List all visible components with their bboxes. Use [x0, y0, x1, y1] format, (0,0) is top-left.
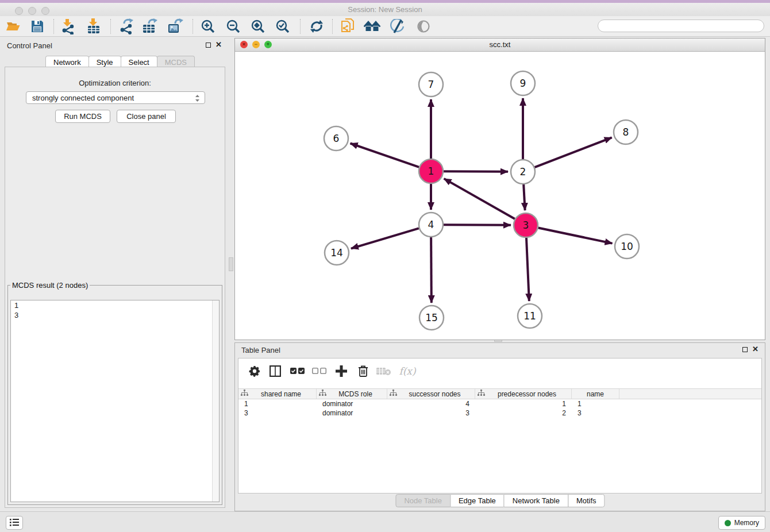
- table-panel: Table Panel ✕ f(x): [234, 342, 765, 511]
- main-toolbar: [0, 16, 770, 37]
- graph-edge-2-3[interactable]: [523, 184, 525, 210]
- graph-node-label-9: 9: [520, 78, 526, 89]
- graph-node-label-10: 10: [621, 241, 633, 252]
- tab-node-table[interactable]: Node Table: [395, 494, 451, 507]
- result-item[interactable]: 1: [11, 300, 219, 310]
- mcds-result-title: MCDS result (2 nodes): [10, 281, 90, 290]
- graph-edge-4-15[interactable]: [431, 237, 432, 303]
- graph-edge-3-11[interactable]: [526, 238, 529, 301]
- network-graph: 7968124314101511: [235, 52, 765, 340]
- tab-style[interactable]: Style: [88, 56, 121, 68]
- table-cell[interactable]: 1: [572, 400, 619, 408]
- memory-status-icon: [725, 520, 731, 526]
- mcds-result-list[interactable]: 13: [10, 300, 220, 502]
- search-input[interactable]: [598, 20, 764, 32]
- control-panel-title: Control Panel: [7, 41, 52, 50]
- save-session-icon[interactable]: [28, 18, 47, 34]
- control-panel-float-icon[interactable]: [206, 43, 211, 48]
- table-cell[interactable]: 3: [238, 409, 317, 417]
- graph-edge-2-8[interactable]: [535, 137, 612, 167]
- node-table-content: f(x) shared nameMCDS rolesuccessor nodes…: [238, 358, 762, 494]
- export-image-icon[interactable]: [165, 18, 185, 34]
- export-network-icon[interactable]: [117, 18, 137, 34]
- table-cell[interactable]: dominator: [317, 409, 387, 417]
- vertical-splitter-handle[interactable]: [229, 257, 233, 271]
- add-column-icon[interactable]: [333, 363, 350, 379]
- tab-edge-table[interactable]: Edge Table: [450, 494, 505, 507]
- column-header-successor-nodes[interactable]: successor nodes: [387, 389, 475, 399]
- network-canvas[interactable]: 7968124314101511: [235, 52, 765, 340]
- table-cell[interactable]: 1: [238, 400, 317, 408]
- table-row[interactable]: 1dominator411: [238, 399, 761, 408]
- import-network-icon[interactable]: [59, 18, 79, 34]
- table-cell[interactable]: 3: [387, 409, 475, 417]
- table-cell[interactable]: 2: [475, 409, 572, 417]
- control-panel-close-icon[interactable]: ✕: [215, 40, 222, 49]
- graph-edge-1-6[interactable]: [351, 143, 419, 167]
- table-body: 1dominator4113dominator323: [238, 399, 761, 418]
- style-toggle-icon[interactable]: [388, 18, 407, 34]
- network-window-titlebar[interactable]: × − + scc.txt: [235, 38, 765, 52]
- mcds-tab-content: Optimization criterion: strongly connect…: [5, 67, 225, 508]
- hide-panel-eye-icon[interactable]: [414, 18, 433, 34]
- graph-edge-4-3[interactable]: [444, 225, 511, 225]
- zoom-fit-icon[interactable]: [248, 18, 268, 34]
- table-cell[interactable]: dominator: [317, 400, 387, 408]
- close-panel-button[interactable]: Close panel: [117, 110, 176, 123]
- tree-hierarchy-icon: [390, 390, 397, 398]
- tab-select[interactable]: Select: [121, 56, 157, 68]
- optimization-select[interactable]: strongly connected component: [26, 91, 205, 104]
- graph-node-label-4: 4: [428, 219, 434, 230]
- table-cell[interactable]: 1: [475, 400, 572, 408]
- table-panel-float-icon[interactable]: [742, 347, 748, 352]
- tab-network[interactable]: Network: [45, 56, 89, 68]
- graph-node-label-6: 6: [333, 133, 340, 144]
- graph-edge-4-14[interactable]: [351, 228, 419, 248]
- export-table-icon[interactable]: [140, 18, 160, 34]
- table-header-row: shared nameMCDS rolesuccessor nodesprede…: [238, 388, 761, 399]
- column-header-mcds-role[interactable]: MCDS role: [317, 389, 387, 399]
- table-panel-title: Table Panel: [241, 346, 280, 354]
- graph-node-label-11: 11: [523, 310, 536, 322]
- graph-edge-3-10[interactable]: [538, 228, 613, 244]
- select-all-columns-icon[interactable]: [289, 363, 306, 379]
- tab-mcds[interactable]: MCDS: [157, 56, 195, 68]
- column-header-name[interactable]: name: [572, 389, 619, 399]
- graph-node-label-3: 3: [523, 219, 529, 231]
- result-item[interactable]: 3: [11, 310, 219, 320]
- run-mcds-button[interactable]: Run MCDS: [55, 110, 110, 123]
- table-panel-close-icon[interactable]: ✕: [752, 345, 759, 354]
- select-stepper-icon: [194, 94, 201, 105]
- open-session-icon[interactable]: [3, 18, 23, 34]
- table-toolbar: f(x): [238, 358, 761, 384]
- task-history-button[interactable]: [6, 516, 23, 530]
- result-scrollbar[interactable]: [212, 300, 219, 502]
- table-cell[interactable]: 3: [572, 409, 619, 417]
- network-window-title: scc.txt: [235, 40, 765, 49]
- memory-button[interactable]: Memory: [718, 516, 765, 530]
- window-title: Session: New Session: [0, 5, 770, 14]
- import-table-icon[interactable]: [84, 18, 103, 34]
- tree-hierarchy-icon: [319, 390, 326, 398]
- zoom-selected-icon[interactable]: [273, 18, 292, 34]
- table-row[interactable]: 3dominator323: [238, 408, 761, 418]
- settings-gear-icon[interactable]: [246, 363, 263, 379]
- graph-edge-1-2[interactable]: [444, 171, 508, 172]
- home-view-icon[interactable]: [363, 18, 382, 34]
- app-titlebar: Session: New Session: [0, 3, 770, 16]
- zoom-out-icon[interactable]: [224, 18, 243, 34]
- apply-layout-icon[interactable]: [307, 18, 326, 34]
- deselect-all-columns-icon[interactable]: [311, 363, 328, 379]
- zoom-in-icon[interactable]: [198, 18, 218, 34]
- tab-network-table[interactable]: Network Table: [504, 494, 568, 507]
- column-header-predecessor-nodes[interactable]: predecessor nodes: [475, 389, 572, 399]
- table-cell[interactable]: 4: [387, 400, 475, 408]
- graph-edge-3-1[interactable]: [444, 179, 515, 219]
- destroy-table-icon: [375, 363, 392, 379]
- delete-column-trash-icon[interactable]: [355, 363, 372, 379]
- split-panel-icon[interactable]: [267, 363, 284, 379]
- network-from-selection-icon[interactable]: [338, 18, 357, 34]
- control-panel: Control Panel ✕ NetworkStyleSelectMCDS O…: [2, 38, 228, 508]
- tab-motifs[interactable]: Motifs: [568, 494, 605, 507]
- column-header-shared-name[interactable]: shared name: [238, 389, 317, 399]
